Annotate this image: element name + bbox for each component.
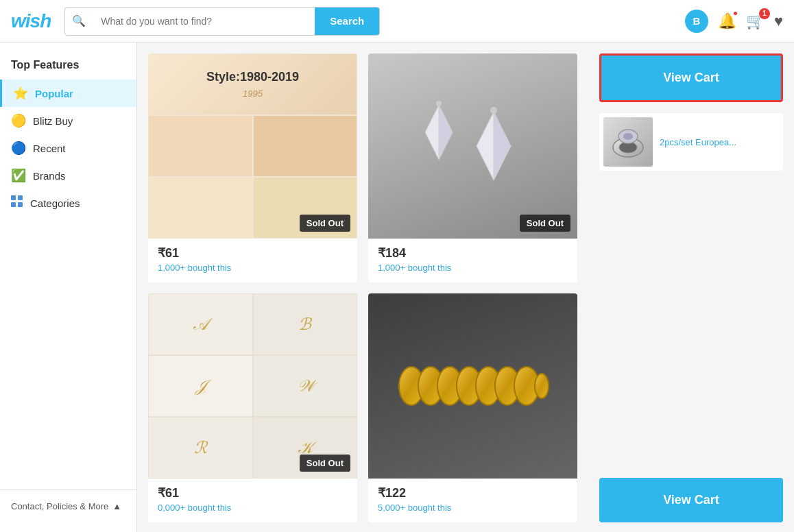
product-card-1[interactable]: Style:1980-2019 1995 Sold Out ₹61 1,000+… — [148, 53, 357, 282]
product-image-1: Style:1980-2019 1995 Sold Out — [148, 53, 357, 239]
collage-cell-bl — [148, 115, 253, 177]
product-sold-3: 0,000+ bought this — [158, 503, 348, 513]
avatar[interactable]: B — [685, 10, 708, 33]
product-image-2: Sold Out — [368, 53, 577, 239]
collage-cell-ml — [148, 177, 253, 239]
product-info-4: ₹122 5,000+ bought this — [368, 479, 577, 522]
product-info-1: ₹61 1,000+ bought this — [148, 239, 357, 282]
collage-cell-top: Style:1980-2019 1995 — [148, 53, 357, 115]
sidebar-item-popular-label: Popular — [35, 88, 73, 99]
sidebar-item-brands-label: Brands — [33, 170, 66, 182]
svg-point-17 — [535, 374, 549, 398]
view-cart-button-bottom[interactable]: View Cart — [599, 478, 783, 522]
sold-out-badge-3: Sold Out — [300, 455, 350, 472]
svg-rect-1 — [18, 195, 23, 200]
categories-icon — [11, 195, 23, 211]
letter-cell-B: ℬ — [253, 293, 358, 355]
brands-icon: ✅ — [11, 168, 26, 183]
cart-item-label: 2pcs/set Europea... — [660, 137, 736, 147]
product-card-3[interactable]: 𝒜 ℬ 𝒥 𝒲 ℛ 𝒦 Sold Out ₹61 0,000+ bought t… — [148, 293, 357, 522]
letter-cell-A: 𝒜 — [148, 293, 253, 355]
gold-bracelet-img — [368, 293, 577, 479]
recent-icon: 🔵 — [11, 141, 26, 156]
sidebar-item-blitz-buy-label: Blitz Buy — [33, 115, 73, 127]
collage-year-text: 1995 — [243, 88, 263, 99]
diamond-earrings-img — [368, 53, 577, 239]
header: wish 🔍 Search B 🔔 🛒 1 ♥ — [0, 0, 794, 43]
right-panel: View Cart 2pcs/set Europe — [588, 43, 794, 532]
sidebar-item-blitz-buy[interactable]: 🟡 Blitz Buy — [0, 107, 136, 134]
sidebar-item-recent-label: Recent — [33, 143, 66, 154]
sidebar-footer[interactable]: Contact, Policies & More ▲ — [0, 489, 136, 522]
letter-cell-W: 𝒲 — [253, 355, 358, 417]
sold-out-badge-2: Sold Out — [520, 215, 570, 232]
sidebar-footer-label: Contact, Policies & More — [11, 501, 108, 511]
letter-necklace-img: 𝒜 ℬ 𝒥 𝒲 ℛ 𝒦 — [148, 293, 357, 479]
collage-cell-br — [253, 115, 358, 177]
product-grid: Style:1980-2019 1995 Sold Out ₹61 1,000+… — [148, 53, 577, 522]
logo[interactable]: wish — [11, 10, 51, 32]
notification-dot — [732, 10, 738, 16]
cart-button[interactable]: 🛒 1 — [746, 12, 765, 30]
product-card-2[interactable]: Sold Out ₹184 1,000+ bought this — [368, 53, 577, 282]
popular-icon: ⭐ — [13, 86, 28, 101]
content-area: Style:1980-2019 1995 Sold Out ₹61 1,000+… — [137, 43, 588, 532]
product-sold-1: 1,000+ bought this — [158, 263, 348, 273]
sidebar-item-popular[interactable]: ⭐ Popular — [0, 80, 136, 107]
letter-cell-J: 𝒥 — [148, 355, 253, 417]
product-info-2: ₹184 1,000+ bought this — [368, 239, 577, 282]
collage-style-text: Style:1980-2019 — [206, 70, 299, 85]
product-price-1: ₹61 — [158, 245, 348, 261]
sidebar-section-title: Top Features — [0, 53, 136, 80]
svg-marker-5 — [439, 105, 453, 160]
chevron-up-icon: ▲ — [112, 501, 121, 511]
product-price-4: ₹122 — [378, 485, 568, 500]
sidebar: Top Features ⭐ Popular 🟡 Blitz Buy 🔵 Rec… — [0, 43, 137, 532]
view-cart-button-top[interactable]: View Cart — [599, 53, 783, 102]
search-icon: 🔍 — [65, 8, 93, 35]
blitz-buy-icon: 🟡 — [11, 113, 26, 128]
cart-item-image — [603, 117, 653, 167]
product-info-3: ₹61 0,000+ bought this — [148, 479, 357, 522]
sidebar-item-recent[interactable]: 🔵 Recent — [0, 134, 136, 162]
search-input[interactable] — [93, 8, 315, 35]
svg-rect-0 — [11, 195, 16, 200]
cart-badge: 1 — [759, 8, 770, 19]
search-bar: 🔍 Search — [64, 7, 380, 36]
letter-cell-R: ℛ — [148, 417, 253, 479]
search-button[interactable]: Search — [315, 8, 379, 35]
main-layout: Top Features ⭐ Popular 🟡 Blitz Buy 🔵 Rec… — [0, 43, 794, 532]
product-price-3: ₹61 — [158, 485, 348, 500]
wishlist-button[interactable]: ♥ — [774, 12, 783, 30]
sidebar-item-brands[interactable]: ✅ Brands — [0, 162, 136, 189]
product-sold-4: 5,000+ bought this — [378, 503, 568, 513]
sidebar-item-categories-label: Categories — [30, 197, 80, 209]
product-image-3: 𝒜 ℬ 𝒥 𝒲 ℛ 𝒦 Sold Out — [148, 293, 357, 479]
product-image-4 — [368, 293, 577, 479]
sold-out-badge-1: Sold Out — [300, 215, 350, 232]
product-sold-2: 1,000+ bought this — [378, 263, 568, 273]
product-card-4[interactable]: ₹122 5,000+ bought this — [368, 293, 577, 522]
svg-rect-3 — [18, 202, 23, 207]
header-icons: B 🔔 🛒 1 ♥ — [685, 10, 783, 33]
product-price-2: ₹184 — [378, 245, 568, 261]
right-spacer — [599, 182, 783, 467]
svg-rect-2 — [11, 202, 16, 207]
svg-point-8 — [436, 101, 442, 106]
sidebar-item-categories[interactable]: Categories — [0, 189, 136, 217]
svg-marker-7 — [494, 112, 511, 180]
notifications-button[interactable]: 🔔 — [718, 12, 736, 30]
sidebar-top: Top Features ⭐ Popular 🟡 Blitz Buy 🔵 Rec… — [0, 53, 136, 217]
cart-item-preview[interactable]: 2pcs/set Europea... — [599, 113, 783, 171]
svg-point-21 — [623, 133, 633, 140]
necklace-collage-img: Style:1980-2019 1995 — [148, 53, 357, 239]
svg-point-9 — [490, 107, 497, 114]
